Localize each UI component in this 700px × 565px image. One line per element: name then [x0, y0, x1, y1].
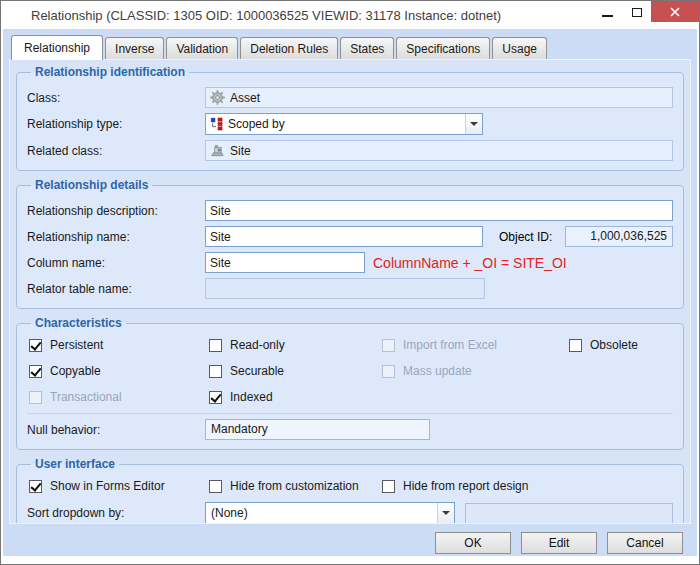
button-row: OK Edit Cancel	[9, 524, 691, 556]
tab-deletion-rules[interactable]: Deletion Rules	[240, 37, 338, 59]
relator-table-label: Relator table name:	[27, 282, 205, 296]
checkbox-mass-update: Mass update	[382, 364, 569, 378]
relationship-dialog: Relationship (CLASSID: 1305 OID: 1000036…	[0, 0, 700, 565]
grid-spacer	[569, 479, 673, 493]
sort-dropdown-row: Sort dropdown by: (None)	[27, 502, 673, 524]
chevron-down-icon	[470, 122, 478, 126]
maximize-button[interactable]	[622, 1, 651, 22]
group-title: Relationship details	[31, 178, 152, 192]
maximize-icon	[632, 8, 642, 17]
window-controls	[593, 1, 699, 22]
grid-spacer	[382, 390, 569, 404]
relationship-type-row: Relationship type: Scoped by	[27, 113, 673, 135]
column-name-hint: ColumnName + _OI = SITE_OI	[373, 255, 567, 271]
group-relationship-identification: Relationship identification Class:	[16, 65, 684, 171]
name-row: Relationship name: Object ID: 1,000,036,…	[27, 226, 673, 247]
checkbox-box	[29, 480, 42, 493]
checkbox-box	[29, 365, 42, 378]
checkbox-obsolete[interactable]: Obsolete	[569, 338, 673, 352]
column-name-label: Column name:	[27, 256, 205, 270]
sort-extra-field	[465, 503, 673, 524]
close-icon	[670, 7, 680, 17]
minimize-icon	[602, 15, 613, 17]
related-class-value: Site	[230, 144, 251, 158]
relationship-type-icon	[209, 117, 224, 132]
checkbox-read-only[interactable]: Read-only	[209, 338, 382, 352]
close-button[interactable]	[651, 1, 699, 22]
group-characteristics: Characteristics Persistent Read-only Imp…	[16, 316, 684, 450]
description-row: Relationship description:	[27, 200, 673, 221]
description-label: Relationship description:	[27, 204, 205, 218]
group-user-interface: User interface Show in Forms Editor Hide…	[16, 457, 684, 524]
null-behavior-field: Mandatory	[205, 419, 430, 440]
dialog-body: Relationship Inverse Validation Deletion…	[3, 29, 697, 556]
object-id-label: Object ID:	[499, 230, 565, 244]
site-icon	[210, 143, 225, 158]
cancel-button[interactable]: Cancel	[607, 532, 683, 554]
group-title: Characteristics	[31, 316, 126, 330]
checkbox-hide-from-customization[interactable]: Hide from customization	[209, 479, 382, 493]
null-behavior-row: Null behavior: Mandatory	[27, 419, 673, 440]
grid-spacer	[569, 390, 673, 404]
name-label: Relationship name:	[27, 230, 205, 244]
edit-button[interactable]: Edit	[521, 532, 597, 554]
ok-button[interactable]: OK	[435, 532, 511, 554]
sort-dropdown-value: (None)	[209, 506, 433, 520]
tab-strip: Relationship Inverse Validation Deletion…	[9, 35, 691, 59]
checkbox-box	[569, 339, 582, 352]
relator-table-field	[205, 278, 485, 299]
tab-relationship[interactable]: Relationship	[11, 35, 103, 60]
tab-inverse[interactable]: Inverse	[105, 37, 164, 59]
characteristics-checkbox-grid: Persistent Read-only Import from Excel O…	[29, 338, 673, 404]
sort-dropdown[interactable]: (None)	[205, 502, 455, 524]
group-relationship-details: Relationship details Relationship descri…	[16, 178, 684, 309]
checkbox-transactional: Transactional	[29, 390, 209, 404]
relationship-type-arrow-button[interactable]	[465, 114, 482, 134]
class-field: Asset	[205, 87, 673, 108]
tab-validation[interactable]: Validation	[166, 37, 238, 59]
related-class-field: Site	[205, 140, 673, 161]
sort-dropdown-arrow-button[interactable]	[437, 503, 454, 523]
related-class-label: Related class:	[27, 144, 205, 158]
class-value: Asset	[230, 91, 260, 105]
class-label: Class:	[27, 91, 205, 105]
class-row: Class:	[27, 87, 673, 108]
checkbox-box	[29, 339, 42, 352]
checkbox-show-in-forms-editor[interactable]: Show in Forms Editor	[29, 479, 209, 493]
checkbox-hide-from-report-design[interactable]: Hide from report design	[382, 479, 569, 493]
group-title: User interface	[31, 457, 119, 471]
checkbox-indexed[interactable]: Indexed	[209, 390, 382, 404]
checkbox-box	[209, 480, 222, 493]
tab-states[interactable]: States	[340, 37, 394, 59]
relationship-type-value: Scoped by	[228, 117, 461, 131]
tab-usage[interactable]: Usage	[492, 37, 547, 59]
checkbox-box	[209, 391, 222, 404]
checkbox-copyable[interactable]: Copyable	[29, 364, 209, 378]
checkbox-securable[interactable]: Securable	[209, 364, 382, 378]
tab-page-relationship: Relationship identification Class:	[9, 59, 691, 524]
gear-icon	[210, 90, 225, 105]
description-input[interactable]	[205, 200, 673, 221]
tab-specifications[interactable]: Specifications	[396, 37, 490, 59]
chevron-down-icon	[442, 511, 450, 515]
sort-dropdown-label: Sort dropdown by:	[27, 506, 205, 520]
related-class-row: Related class: Site	[27, 140, 673, 161]
relationship-type-dropdown[interactable]: Scoped by	[205, 113, 483, 135]
checkbox-box	[29, 391, 42, 404]
relationship-name-input[interactable]	[205, 226, 483, 247]
checkbox-box	[209, 365, 222, 378]
user-interface-checkbox-grid: Show in Forms Editor Hide from customiza…	[29, 479, 673, 493]
window-title: Relationship (CLASSID: 1305 OID: 1000036…	[31, 8, 501, 23]
checkbox-box	[382, 480, 395, 493]
null-behavior-label: Null behavior:	[27, 423, 205, 437]
checkbox-box	[382, 339, 395, 352]
checkbox-box	[382, 365, 395, 378]
checkbox-import-from-excel: Import from Excel	[382, 338, 569, 352]
group-title: Relationship identification	[31, 65, 189, 79]
column-name-row: Column name: ColumnName + _OI = SITE_OI	[27, 252, 673, 273]
object-id-field: 1,000,036,525	[565, 226, 673, 247]
relator-table-row: Relator table name:	[27, 278, 673, 299]
column-name-input[interactable]	[205, 252, 365, 273]
checkbox-persistent[interactable]: Persistent	[29, 338, 209, 352]
minimize-button[interactable]	[593, 1, 622, 22]
